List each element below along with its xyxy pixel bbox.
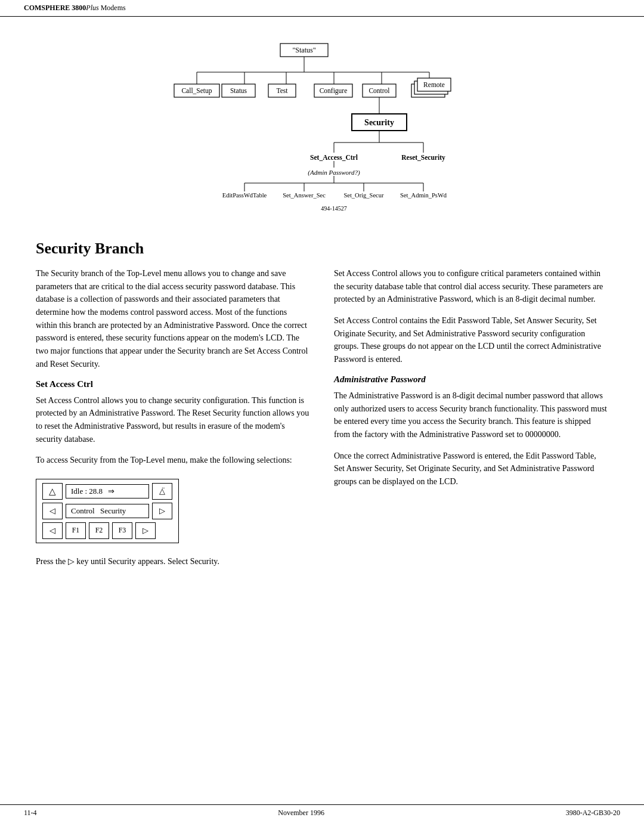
- right-para3: The Administrative Password is an 8-digi…: [334, 389, 608, 441]
- back-button[interactable]: ◁: [42, 522, 63, 539]
- forward-button[interactable]: ▷: [135, 522, 156, 539]
- lcd-display-outer: △ Idle : 28.8 ⇒ △̈ ◁ Control Security: [36, 479, 179, 543]
- svg-text:Status: Status: [230, 87, 247, 94]
- left-column: The Security branch of the Top-Level men…: [36, 267, 310, 568]
- svg-text:Reset_Security: Reset_Security: [401, 154, 445, 162]
- up-triangle-button[interactable]: △: [42, 483, 63, 500]
- main-content: "Status" Call_Setup: [0, 17, 644, 616]
- press-key-instruction: Press the ▷ key until Security appears. …: [36, 555, 310, 568]
- lcd-text-box: Idle : 28.8 ⇒: [66, 484, 149, 498]
- footer-left: 11-4: [24, 809, 37, 817]
- menu-tree-diagram: "Status" Call_Setup: [149, 35, 495, 225]
- section-title: Security Branch: [36, 240, 608, 258]
- page-header: COMSPHERE 3800Plus Modems: [0, 0, 644, 17]
- header-italic: Plus: [86, 4, 98, 12]
- svg-text:Set_Answer_Sec: Set_Answer_Sec: [283, 192, 326, 199]
- header-brand: COMSPHERE 3800: [24, 4, 86, 12]
- page-footer: 11-4 November 1996 3980-A2-GB30-20: [0, 804, 644, 821]
- right-column: Set Access Control allows you to configu…: [334, 267, 608, 568]
- footer-center: November 1996: [278, 809, 324, 817]
- control-label: Control: [71, 506, 95, 515]
- svg-text:494-14527: 494-14527: [321, 205, 346, 212]
- home-button[interactable]: △̈: [152, 483, 172, 500]
- security-label: Security: [100, 506, 126, 515]
- svg-text:(Admin Password?): (Admin Password?): [308, 169, 360, 176]
- header-suffix: Modems: [99, 4, 126, 12]
- left-para2: Set Access Control allows you to change …: [36, 394, 310, 446]
- right-para1: Set Access Control allows you to configu…: [334, 267, 608, 306]
- set-access-ctrl-heading: Set Access Ctrl: [36, 379, 310, 389]
- left-para1: The Security branch of the Top-Level men…: [36, 267, 310, 371]
- left-para3: To access Security from the Top-Level me…: [36, 454, 310, 467]
- f2-button[interactable]: F2: [89, 522, 109, 539]
- svg-text:"Status": "Status": [292, 46, 315, 54]
- svg-text:Call_Setup: Call_Setup: [181, 87, 212, 95]
- page: COMSPHERE 3800Plus Modems "Status": [0, 0, 644, 833]
- svg-text:EditPassWdTable: EditPassWdTable: [222, 192, 267, 199]
- two-column-layout: The Security branch of the Top-Level men…: [36, 267, 608, 568]
- right-para4: Once the correct Administrative Password…: [334, 450, 608, 488]
- lcd-arrow-icon: ⇒: [108, 487, 114, 496]
- right-arrow-button[interactable]: ▷: [152, 503, 172, 519]
- svg-text:Configure: Configure: [320, 87, 348, 95]
- f3-button[interactable]: F3: [112, 522, 132, 539]
- diagram-container: "Status" Call_Setup: [36, 35, 608, 225]
- header-text: COMSPHERE 3800Plus Modems: [24, 4, 126, 12]
- svg-text:Remote: Remote: [423, 81, 445, 88]
- svg-text:Set_Access_Ctrl: Set_Access_Ctrl: [310, 154, 358, 161]
- svg-text:Set_Admin_PsWd: Set_Admin_PsWd: [400, 192, 447, 199]
- svg-text:Set_Orig_Secur: Set_Orig_Secur: [343, 192, 384, 199]
- admin-password-heading: Administrative Password: [334, 374, 608, 385]
- lcd-control-security-box: Control Security: [66, 504, 149, 518]
- svg-text:Test: Test: [277, 87, 289, 94]
- left-arrow-button[interactable]: ◁: [42, 503, 63, 519]
- diagram-svg: "Status" Call_Setup: [149, 35, 495, 225]
- f1-button[interactable]: F1: [66, 522, 86, 539]
- right-para2: Set Access Control contains the Edit Pas…: [334, 314, 608, 366]
- idle-text: Idle : 28.8: [71, 487, 103, 496]
- footer-right: 3980-A2-GB30-20: [566, 809, 620, 817]
- svg-text:Control: Control: [369, 87, 389, 94]
- svg-text:Security: Security: [364, 118, 394, 127]
